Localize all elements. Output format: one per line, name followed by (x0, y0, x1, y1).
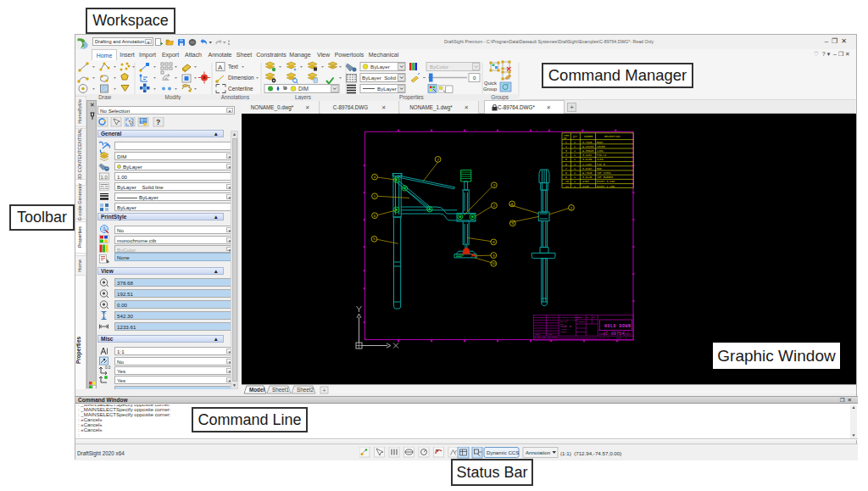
svg-text:9: 9 (565, 176, 567, 179)
svg-text:CHECKED: CHECKED (577, 321, 586, 323)
svg-text:Model: Model (249, 387, 264, 393)
svg-text:1.0: 1.0 (101, 175, 108, 180)
svg-text:3-6159: 3-6159 (582, 158, 593, 161)
svg-text:4: 4 (565, 153, 567, 157)
svg-text:5: 5 (373, 237, 376, 241)
svg-text:BODY: BODY (597, 141, 604, 144)
svg-text:A-43283: A-43283 (582, 145, 593, 148)
svg-text:1: 1 (574, 141, 576, 144)
svg-text:4: 4 (374, 175, 376, 179)
svg-text:Groups: Groups (491, 94, 509, 101)
svg-text:7: 7 (437, 158, 439, 162)
svg-text:2: 2 (570, 206, 573, 210)
svg-text:A-35645: A-35645 (582, 149, 593, 153)
svg-text:HOLD DOWN: HOLD DOWN (604, 324, 632, 329)
svg-text:Modify: Modify (165, 94, 181, 101)
svg-text:A: A (218, 64, 223, 71)
svg-text:MADE IN FRANCE: MADE IN FRANCE (535, 336, 558, 338)
svg-text:0.0: 0.0 (105, 365, 111, 370)
svg-text:4145: 4145 (582, 185, 589, 188)
svg-text:10: 10 (565, 180, 569, 183)
svg-text:11: 11 (565, 185, 569, 188)
svg-text:DRAWN: DRAWN (577, 316, 583, 319)
svg-text:8: 8 (492, 240, 495, 244)
svg-text:10: 10 (492, 261, 496, 265)
svg-text:3: 3 (493, 183, 496, 187)
svg-text:NUMBER: NUMBER (584, 136, 593, 138)
svg-text:7: 7 (565, 167, 567, 170)
svg-text:1: 1 (574, 185, 576, 188)
svg-text:A-7645: A-7645 (582, 171, 593, 175)
svg-text:Draw: Draw (98, 94, 111, 100)
svg-text:Annotations: Annotations (221, 94, 249, 100)
svg-text:Properties: Properties (399, 94, 424, 101)
svg-text:SIZE: SIZE (599, 332, 606, 336)
svg-text:DESCRIPTION: DESCRIPTION (604, 136, 620, 138)
svg-text:6: 6 (565, 163, 567, 166)
svg-text:3-4482: 3-4482 (582, 153, 593, 157)
svg-text:4768: 4768 (582, 180, 589, 183)
svg-text:..: .. (215, 79, 217, 83)
svg-text:1: 1 (574, 167, 576, 170)
svg-text:Dimension: Dimension (228, 75, 254, 81)
svg-text:1: 1 (574, 145, 576, 148)
svg-text:9: 9 (492, 254, 495, 258)
svg-text:ByLayer: ByLayer (370, 64, 390, 70)
svg-text:6: 6 (374, 214, 376, 218)
svg-text:NO: NO (564, 137, 567, 140)
svg-text:Text: Text (228, 64, 238, 70)
svg-text:1: 1 (574, 153, 576, 157)
svg-text:DS: DS (587, 316, 589, 319)
svg-text:0: 0 (473, 75, 476, 81)
svg-text:1: 1 (374, 194, 376, 198)
svg-text:PM: PM (593, 316, 595, 319)
svg-text:DIM: DIM (298, 86, 309, 92)
svg-text:1: 1 (574, 163, 576, 166)
svg-text:Sheet1: Sheet1 (272, 387, 289, 393)
svg-text:Group: Group (483, 86, 497, 92)
svg-text:1: 1 (629, 332, 631, 336)
svg-text:3-7645: 3-7645 (582, 141, 593, 144)
svg-text:ROD: ROD (597, 167, 602, 170)
svg-text:Annotation: Annotation (526, 449, 550, 455)
svg-text:RIVET 1-25D: RIVET 1-25D (597, 185, 615, 188)
svg-text:RIVET 3-16D: RIVET 3-16D (597, 180, 615, 183)
svg-text:8: 8 (565, 171, 567, 175)
svg-text:LINK: LINK (597, 149, 604, 153)
svg-text:Sheet2: Sheet2 (297, 387, 314, 393)
svg-text:8: 8 (511, 202, 514, 206)
svg-text:TOP RUBBER: TOP RUBBER (597, 176, 613, 179)
svg-text:2-1482: 2-1482 (582, 163, 593, 166)
svg-text:ByColor: ByColor (430, 64, 448, 70)
svg-text:1: 1 (574, 171, 576, 175)
svg-text:SHEET 1 OF 1: SHEET 1 OF 1 (616, 337, 630, 339)
svg-text:Quick: Quick (484, 81, 497, 86)
svg-text:QTY: QTY (573, 136, 577, 138)
svg-text:LEVER: LEVER (597, 145, 605, 148)
svg-text:Layers: Layers (295, 94, 311, 101)
svg-text:PIN B: PIN B (597, 163, 605, 166)
svg-text:2: 2 (565, 145, 567, 148)
svg-text:3: 3 (626, 332, 627, 336)
svg-text:?: ? (156, 118, 160, 126)
svg-text:5: 5 (565, 158, 567, 161)
svg-text:1: 1 (574, 158, 576, 161)
svg-text:SLED: SLED (597, 158, 604, 161)
svg-text:PIN-LI: PIN-LI (597, 153, 607, 157)
svg-text:Centerline: Centerline (228, 86, 253, 92)
svg-text:FINISH: FINISH (560, 331, 568, 333)
svg-text:3: 3 (565, 149, 567, 153)
svg-text:2: 2 (493, 204, 496, 208)
svg-text:1: 1 (565, 141, 567, 144)
svg-text:1: 1 (574, 180, 576, 183)
svg-text:+: + (323, 388, 326, 393)
svg-text:1: 1 (574, 149, 576, 153)
svg-text:ByLayer: ByLayer (377, 86, 397, 92)
svg-text:Dynamic CCS: Dynamic CCS (487, 449, 519, 455)
svg-text:3-6145: 3-6145 (582, 176, 593, 179)
svg-text:3-8467: 3-8467 (582, 167, 593, 170)
svg-text:1: 1 (574, 176, 576, 179)
svg-text:SCALE 1:2: SCALE 1:2 (599, 337, 610, 339)
svg-text:TOP STEEL: TOP STEEL (597, 171, 611, 175)
